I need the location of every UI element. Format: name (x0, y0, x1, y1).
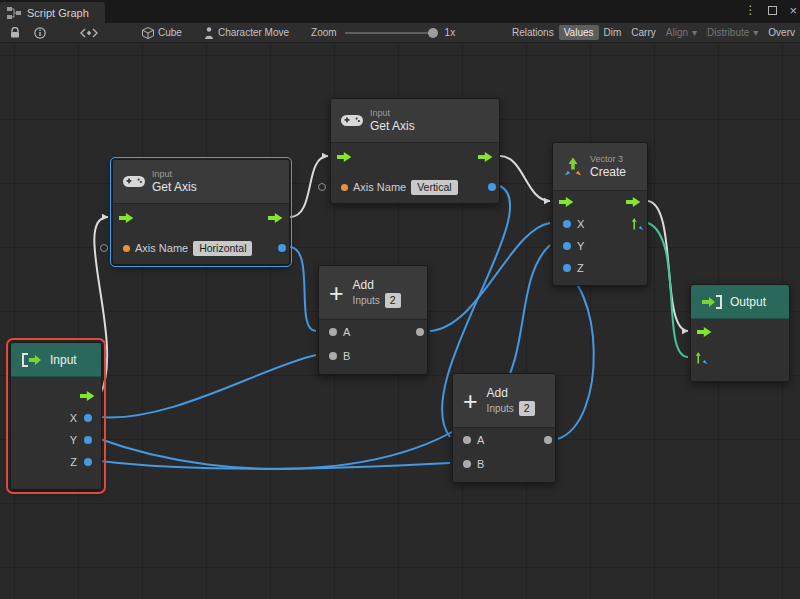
flow-in-port[interactable] (697, 327, 712, 338)
flow-out-port[interactable] (626, 197, 641, 208)
node-add-2[interactable]: + Add Inputs 2 A B (452, 373, 556, 483)
graph-canvas[interactable]: Input Get Axis Axis Name Horizontal (0, 43, 800, 599)
node-header: Output (691, 285, 789, 319)
node-header: Input Get Axis (331, 99, 499, 143)
zoom-slider[interactable] (345, 32, 437, 34)
inputs-label: Inputs (353, 295, 380, 306)
sum-out-port[interactable] (416, 328, 424, 336)
data-wire-input-x-to-add1-b[interactable] (100, 355, 316, 417)
input-a-port[interactable] (463, 436, 471, 444)
node-category: Input (370, 108, 415, 119)
tab-bar: Script Graph ⋮ × (0, 0, 800, 23)
gamepad-icon (123, 176, 145, 187)
character-icon (204, 27, 214, 39)
node-body: X Y Z (11, 377, 101, 489)
output-icon (701, 295, 723, 309)
node-get-axis-vertical[interactable]: Input Get Axis Axis Name Vertical (330, 98, 500, 204)
vector-in-port[interactable] (695, 352, 708, 365)
node-vector3-create[interactable]: Vector 3 Create X Y Z (552, 142, 648, 286)
info-icon[interactable] (30, 27, 50, 39)
zoom-slider-knob[interactable] (428, 28, 438, 38)
distribute-dropdown[interactable]: Distribute ▾ (702, 25, 763, 40)
port-a-label: A (343, 326, 350, 338)
port-y-label: Y (577, 240, 584, 252)
plus-icon: + (463, 390, 478, 412)
vector-out-port[interactable] (631, 218, 644, 231)
inputs-count-field[interactable]: 2 (519, 401, 535, 416)
kebab-menu-icon[interactable]: ⋮ (744, 3, 756, 17)
plus-icon: + (329, 282, 344, 304)
node-header: Input (11, 343, 101, 377)
axis-name-field[interactable]: Vertical (411, 180, 457, 195)
port-b-label: B (343, 350, 350, 362)
flow-in-port[interactable] (337, 152, 352, 163)
input-icon (21, 353, 43, 367)
align-label: Align (666, 27, 688, 38)
node-get-axis-horizontal[interactable]: Input Get Axis Axis Name Horizontal (112, 159, 290, 265)
flow-out-port[interactable] (268, 213, 283, 224)
node-title: Add (353, 278, 401, 292)
axis-name-label: Axis Name (135, 242, 188, 254)
zoom-label: Zoom (311, 27, 337, 38)
float-out-port[interactable] (278, 244, 286, 252)
input-b-port[interactable] (329, 352, 337, 360)
y-in-port[interactable] (563, 242, 571, 250)
node-category: Input (152, 169, 197, 180)
port-x-label: X (70, 412, 77, 424)
node-output[interactable]: Output (690, 284, 790, 382)
values-button[interactable]: Values (559, 25, 599, 40)
z-out-port[interactable] (84, 458, 92, 466)
input-b-port[interactable] (463, 460, 471, 468)
node-title: Get Axis (152, 180, 197, 194)
sum-out-port[interactable] (544, 436, 552, 444)
float-out-port[interactable] (488, 183, 496, 191)
inputs-count-field[interactable]: 2 (385, 293, 401, 308)
port-z-label: Z (70, 456, 77, 468)
chevron-down-icon: ▾ (692, 27, 697, 38)
carry-button[interactable]: Carry (626, 25, 660, 40)
node-header: + Add Inputs 2 (453, 374, 555, 428)
data-wire-add2-to-vector3-z[interactable] (556, 267, 594, 439)
lock-icon[interactable] (6, 27, 24, 38)
vector-wire-vector3-to-output[interactable] (648, 223, 688, 357)
overview-button[interactable]: Overv (763, 25, 800, 40)
node-header: Vector 3 Create (553, 143, 647, 191)
close-icon[interactable]: × (789, 4, 797, 17)
flow-out-port[interactable] (478, 152, 493, 163)
x-out-port[interactable] (84, 414, 92, 422)
align-dropdown[interactable]: Align ▾ (661, 25, 702, 40)
vector3-icon (563, 157, 583, 177)
data-wire-input-z-to-add2-b[interactable] (100, 461, 450, 469)
string-port-dot (341, 184, 348, 191)
code-breakpoint-icon[interactable] (76, 28, 102, 38)
graph-toolbar: Cube Character Move Zoom 1x Relations Va… (0, 23, 800, 43)
node-add-1[interactable]: + Add Inputs 2 A B (318, 265, 428, 375)
cube-breadcrumb[interactable]: Cube (142, 27, 182, 39)
cube-label: Cube (158, 27, 182, 38)
flow-in-port[interactable] (559, 197, 574, 208)
axis-name-port[interactable] (318, 183, 326, 191)
node-header: Input Get Axis (113, 160, 289, 204)
x-in-port[interactable] (563, 220, 571, 228)
dim-button[interactable]: Dim (599, 25, 627, 40)
inputs-label: Inputs (487, 403, 514, 414)
port-z-label: Z (577, 262, 584, 274)
flow-in-port[interactable] (119, 213, 134, 224)
data-wire-get-axis-h-to-add1-a[interactable] (290, 247, 316, 331)
node-input[interactable]: Input X Y Z (10, 342, 102, 490)
maximize-icon[interactable] (768, 6, 777, 15)
relations-button[interactable]: Relations (507, 25, 559, 40)
character-move-breadcrumb[interactable]: Character Move (204, 27, 289, 39)
axis-name-label: Axis Name (353, 181, 406, 193)
input-a-port[interactable] (329, 328, 337, 336)
axis-name-port[interactable] (100, 244, 108, 252)
y-out-port[interactable] (84, 436, 92, 444)
z-in-port[interactable] (563, 264, 571, 272)
port-x-label: X (577, 218, 584, 230)
tab-script-graph[interactable]: Script Graph (0, 2, 105, 23)
tab-title: Script Graph (27, 7, 89, 19)
axis-name-field[interactable]: Horizontal (193, 241, 252, 256)
flow-out-port[interactable] (80, 391, 95, 402)
node-header: + Add Inputs 2 (319, 266, 427, 320)
string-port-dot (123, 245, 130, 252)
